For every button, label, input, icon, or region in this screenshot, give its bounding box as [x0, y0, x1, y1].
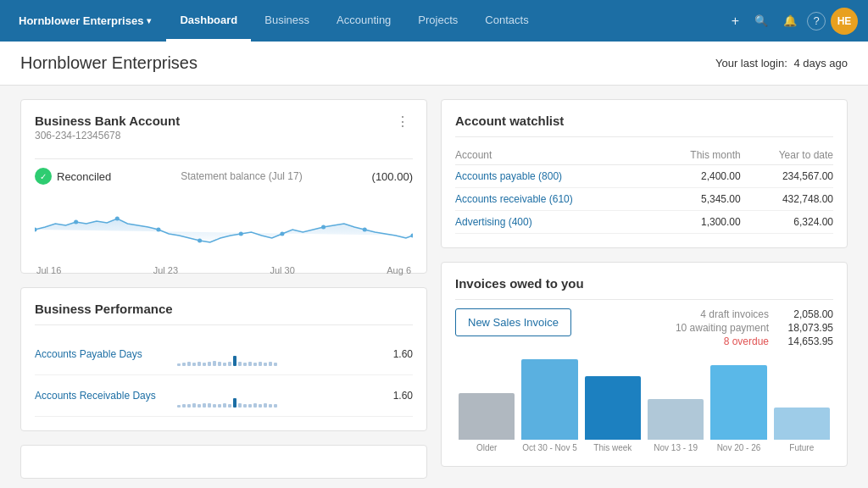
sparkline-chart	[35, 191, 413, 259]
bar-label: Oct 30 - Nov 5	[522, 443, 576, 452]
perf-bar	[233, 398, 236, 408]
perf-bar	[177, 363, 181, 366]
date-label-4: Aug 6	[387, 265, 411, 275]
svg-point-8	[363, 228, 367, 232]
nav-projects[interactable]: Projects	[404, 0, 471, 42]
sparkline-dates: Jul 16 Jul 23 Jul 30 Aug 6	[35, 265, 413, 275]
bar-group: Nov 20 - 26	[710, 365, 766, 452]
perf-bar	[218, 404, 221, 408]
perf-bar	[233, 356, 236, 366]
perf-bar	[213, 361, 216, 366]
perf-label[interactable]: Accounts Receivable Days	[35, 390, 170, 402]
perf-bar	[253, 363, 257, 366]
perf-bar	[248, 362, 252, 366]
last-login-label: Your last login:	[715, 57, 787, 69]
user-avatar[interactable]: HE	[831, 8, 858, 35]
perf-bar	[192, 403, 196, 408]
perf-bar	[274, 404, 277, 408]
perf-row: Accounts Receivable Days1.60	[35, 375, 413, 417]
bank-account-number: 306-234-12345678	[35, 130, 180, 141]
statement-label: Statement balance (Jul 17)	[181, 170, 302, 182]
perf-bar	[264, 363, 267, 366]
reconciled-dot: ✓	[35, 168, 52, 185]
perf-bar	[259, 404, 262, 408]
invoice-stats: 4 draft invoices2,058.0010 awaiting paym…	[585, 308, 833, 349]
bar-group: Nov 13 - 19	[648, 399, 704, 452]
add-button[interactable]: +	[726, 10, 744, 32]
watchlist-ytd: 234,567.00	[741, 165, 833, 188]
perf-bar	[177, 405, 181, 408]
reconciled-label: Reconciled	[57, 170, 111, 183]
search-button[interactable]: 🔍	[749, 11, 773, 30]
perf-bar-group	[177, 342, 381, 366]
svg-point-2	[115, 217, 120, 221]
invoice-stat-row: 4 draft invoices2,058.00	[585, 308, 833, 320]
perf-bar	[182, 363, 186, 366]
left-column: Business Bank Account 306-234-12345678 ⋮…	[20, 99, 427, 479]
perf-label[interactable]: Accounts Payable Days	[35, 348, 170, 360]
bank-menu-button[interactable]: ⋮	[392, 114, 413, 130]
perf-bar	[208, 403, 211, 408]
bar	[774, 408, 830, 440]
nav-brand[interactable]: Hornblower Enterprises ▾	[10, 14, 159, 27]
svg-point-9	[410, 234, 413, 238]
bar	[710, 365, 766, 440]
invoice-stat-value: 14,653.95	[782, 336, 833, 347]
invoice-stat-label: 4 draft invoices	[700, 308, 769, 320]
bank-card-header: Business Bank Account 306-234-12345678 ⋮	[35, 114, 413, 150]
perf-bar	[264, 403, 267, 408]
right-column: Account watchlist Account This month Yea…	[441, 99, 848, 479]
perf-bar	[243, 404, 247, 408]
bar-group: Oct 30 - Nov 5	[521, 359, 577, 452]
bell-button[interactable]: 🔔	[778, 11, 802, 30]
perf-bar	[192, 363, 196, 366]
invoices-card: Invoices owed to you New Sales Invoice 4…	[441, 262, 848, 467]
watchlist-this-month: 1,300.00	[655, 211, 741, 234]
help-button[interactable]: ?	[807, 12, 826, 30]
perf-bar	[248, 404, 252, 408]
col-this-month: This month	[655, 146, 741, 165]
bank-card-title: Business Bank Account	[35, 114, 180, 128]
perf-bar	[269, 404, 272, 408]
watchlist-row: Advertising (400)1,300.006,324.00	[455, 211, 833, 234]
perf-bar	[269, 362, 272, 366]
svg-point-4	[198, 239, 202, 243]
invoice-bar-chart: OlderOct 30 - Nov 5This weekNov 13 - 19N…	[455, 359, 833, 452]
invoice-stat-row: 8 overdue14,653.95	[585, 336, 833, 347]
watchlist-this-month: 2,400.00	[655, 165, 741, 188]
svg-point-7	[321, 225, 326, 230]
new-invoice-button[interactable]: New Sales Invoice	[455, 308, 571, 336]
nav-business[interactable]: Business	[251, 0, 323, 42]
svg-point-5	[239, 232, 243, 236]
perf-row: Accounts Payable Days1.60	[35, 334, 413, 375]
perf-bar	[203, 403, 206, 408]
bar-group: This week	[585, 376, 641, 452]
perf-divider	[35, 324, 413, 325]
brand-name: Hornblower Enterprises	[19, 14, 143, 27]
invoice-stat-value: 18,073.95	[782, 322, 833, 334]
watchlist-this-month: 5,345.00	[655, 188, 741, 211]
nav-accounting[interactable]: Accounting	[323, 0, 404, 42]
bar-group: Future	[774, 408, 830, 452]
reconciled-row: ✓ Reconciled Statement balance (Jul 17) …	[35, 168, 413, 185]
perf-bar	[228, 404, 231, 408]
bar	[648, 399, 704, 440]
bar-label: Older	[476, 443, 497, 452]
perf-bar	[208, 362, 211, 366]
main-content: Business Bank Account 306-234-12345678 ⋮…	[0, 86, 868, 488]
svg-point-6	[280, 232, 284, 236]
nav-contacts[interactable]: Contacts	[471, 0, 542, 42]
perf-rows: Accounts Payable Days1.60Accounts Receiv…	[35, 334, 413, 417]
perf-bar	[228, 362, 231, 366]
bar-label: Nov 20 - 26	[717, 443, 761, 452]
bar-label: This week	[593, 443, 632, 452]
col-account: Account	[455, 146, 655, 165]
statement-amount: (100.00)	[372, 170, 413, 183]
bar-label: Future	[789, 443, 814, 452]
sparkline-container: Jul 16 Jul 23 Jul 30 Aug 6	[35, 191, 413, 259]
date-label-3: Jul 30	[270, 265, 295, 275]
perf-bar	[223, 363, 226, 366]
nav-dashboard[interactable]: Dashboard	[166, 0, 251, 42]
watchlist-ytd: 6,324.00	[741, 211, 833, 234]
watchlist-account: Advertising (400)	[455, 211, 655, 234]
